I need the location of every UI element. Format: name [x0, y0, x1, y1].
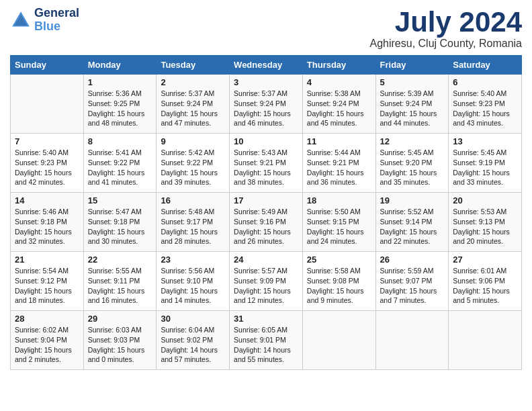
- calendar-cell: 9Sunrise: 5:42 AM Sunset: 9:22 PM Daylig…: [157, 134, 230, 193]
- calendar-cell: 17Sunrise: 5:49 AM Sunset: 9:16 PM Dayli…: [230, 193, 303, 252]
- week-row-2: 7Sunrise: 5:40 AM Sunset: 9:23 PM Daylig…: [11, 134, 522, 193]
- week-row-3: 14Sunrise: 5:46 AM Sunset: 9:18 PM Dayli…: [11, 193, 522, 252]
- day-number: 25: [307, 255, 371, 265]
- column-header-thursday: Thursday: [302, 56, 375, 75]
- day-info: Sunrise: 6:04 AM Sunset: 9:02 PM Dayligh…: [161, 325, 225, 365]
- calendar-cell: 23Sunrise: 5:56 AM Sunset: 9:10 PM Dayli…: [157, 252, 230, 311]
- calendar-cell: 2Sunrise: 5:37 AM Sunset: 9:24 PM Daylig…: [157, 75, 230, 134]
- day-number: 16: [161, 195, 225, 205]
- calendar-cell: 7Sunrise: 5:40 AM Sunset: 9:23 PM Daylig…: [11, 134, 84, 193]
- calendar-cell: 24Sunrise: 5:57 AM Sunset: 9:09 PM Dayli…: [230, 252, 303, 311]
- logo-text: General Blue: [34, 7, 79, 34]
- calendar-cell: 18Sunrise: 5:50 AM Sunset: 9:15 PM Dayli…: [302, 193, 375, 252]
- calendar-cell: 16Sunrise: 5:48 AM Sunset: 9:17 PM Dayli…: [157, 193, 230, 252]
- calendar-cell: 13Sunrise: 5:45 AM Sunset: 9:19 PM Dayli…: [449, 134, 522, 193]
- day-info: Sunrise: 5:47 AM Sunset: 9:18 PM Dayligh…: [88, 207, 152, 246]
- column-header-saturday: Saturday: [449, 56, 522, 75]
- day-info: Sunrise: 5:37 AM Sunset: 9:24 PM Dayligh…: [234, 89, 298, 128]
- day-number: 1: [88, 77, 152, 87]
- day-info: Sunrise: 5:41 AM Sunset: 9:22 PM Dayligh…: [88, 148, 152, 187]
- day-info: Sunrise: 5:58 AM Sunset: 9:08 PM Dayligh…: [307, 266, 371, 306]
- day-info: Sunrise: 5:44 AM Sunset: 9:21 PM Dayligh…: [307, 148, 371, 187]
- header-row: SundayMondayTuesdayWednesdayThursdayFrid…: [11, 56, 522, 75]
- day-number: 21: [15, 255, 79, 265]
- calendar-table: SundayMondayTuesdayWednesdayThursdayFrid…: [10, 55, 522, 370]
- day-info: Sunrise: 5:37 AM Sunset: 9:24 PM Dayligh…: [161, 89, 225, 128]
- column-header-wednesday: Wednesday: [230, 56, 303, 75]
- day-number: 6: [453, 77, 517, 87]
- calendar-header: SundayMondayTuesdayWednesdayThursdayFrid…: [11, 56, 522, 75]
- calendar-cell: 11Sunrise: 5:44 AM Sunset: 9:21 PM Dayli…: [302, 134, 375, 193]
- calendar-cell: [449, 311, 522, 370]
- day-info: Sunrise: 5:53 AM Sunset: 9:13 PM Dayligh…: [453, 207, 517, 246]
- day-info: Sunrise: 6:05 AM Sunset: 9:01 PM Dayligh…: [234, 325, 298, 365]
- day-info: Sunrise: 5:56 AM Sunset: 9:10 PM Dayligh…: [161, 266, 225, 306]
- day-info: Sunrise: 5:43 AM Sunset: 9:21 PM Dayligh…: [234, 148, 298, 187]
- calendar-cell: [11, 75, 84, 134]
- logo-icon: [10, 9, 32, 31]
- day-number: 28: [15, 314, 79, 324]
- day-number: 11: [307, 136, 371, 146]
- day-number: 26: [380, 255, 445, 265]
- calendar-cell: [375, 311, 449, 370]
- day-info: Sunrise: 5:40 AM Sunset: 9:23 PM Dayligh…: [15, 148, 79, 187]
- day-info: Sunrise: 6:03 AM Sunset: 9:03 PM Dayligh…: [88, 325, 152, 365]
- day-info: Sunrise: 5:50 AM Sunset: 9:15 PM Dayligh…: [307, 207, 371, 246]
- day-info: Sunrise: 5:52 AM Sunset: 9:14 PM Dayligh…: [380, 207, 445, 246]
- calendar-cell: 10Sunrise: 5:43 AM Sunset: 9:21 PM Dayli…: [230, 134, 303, 193]
- day-info: Sunrise: 5:45 AM Sunset: 9:19 PM Dayligh…: [453, 148, 517, 187]
- column-header-monday: Monday: [83, 56, 157, 75]
- day-info: Sunrise: 5:54 AM Sunset: 9:12 PM Dayligh…: [15, 266, 79, 306]
- day-number: 3: [234, 77, 298, 87]
- calendar-cell: 21Sunrise: 5:54 AM Sunset: 9:12 PM Dayli…: [11, 252, 84, 311]
- calendar-cell: 25Sunrise: 5:58 AM Sunset: 9:08 PM Dayli…: [302, 252, 375, 311]
- day-info: Sunrise: 6:02 AM Sunset: 9:04 PM Dayligh…: [15, 325, 79, 365]
- day-number: 13: [453, 136, 517, 146]
- day-number: 30: [161, 314, 225, 324]
- day-info: Sunrise: 5:39 AM Sunset: 9:24 PM Dayligh…: [380, 89, 445, 128]
- day-info: Sunrise: 5:40 AM Sunset: 9:23 PM Dayligh…: [453, 89, 517, 128]
- day-info: Sunrise: 5:48 AM Sunset: 9:17 PM Dayligh…: [161, 207, 225, 246]
- day-number: 20: [453, 195, 517, 205]
- calendar-cell: 3Sunrise: 5:37 AM Sunset: 9:24 PM Daylig…: [230, 75, 303, 134]
- day-number: 5: [380, 77, 445, 87]
- day-number: 19: [380, 195, 445, 205]
- calendar-cell: 1Sunrise: 5:36 AM Sunset: 9:25 PM Daylig…: [83, 75, 157, 134]
- day-number: 2: [161, 77, 225, 87]
- day-number: 7: [15, 136, 79, 146]
- calendar-cell: 6Sunrise: 5:40 AM Sunset: 9:23 PM Daylig…: [449, 75, 522, 134]
- day-number: 24: [234, 255, 298, 265]
- column-header-friday: Friday: [375, 56, 449, 75]
- calendar-cell: 28Sunrise: 6:02 AM Sunset: 9:04 PM Dayli…: [11, 311, 84, 370]
- day-number: 4: [307, 77, 371, 87]
- day-number: 31: [234, 314, 298, 324]
- day-info: Sunrise: 5:49 AM Sunset: 9:16 PM Dayligh…: [234, 207, 298, 246]
- calendar-cell: 15Sunrise: 5:47 AM Sunset: 9:18 PM Dayli…: [83, 193, 157, 252]
- day-number: 10: [234, 136, 298, 146]
- day-info: Sunrise: 5:55 AM Sunset: 9:11 PM Dayligh…: [88, 266, 152, 306]
- day-info: Sunrise: 6:01 AM Sunset: 9:06 PM Dayligh…: [453, 266, 517, 306]
- calendar-cell: 22Sunrise: 5:55 AM Sunset: 9:11 PM Dayli…: [83, 252, 157, 311]
- subtitle: Aghiresu, Cluj County, Romania: [370, 38, 522, 50]
- day-number: 29: [88, 314, 152, 324]
- day-number: 18: [307, 195, 371, 205]
- day-number: 17: [234, 195, 298, 205]
- day-info: Sunrise: 5:36 AM Sunset: 9:25 PM Dayligh…: [88, 89, 152, 128]
- week-row-5: 28Sunrise: 6:02 AM Sunset: 9:04 PM Dayli…: [11, 311, 522, 370]
- day-number: 27: [453, 255, 517, 265]
- day-info: Sunrise: 5:59 AM Sunset: 9:07 PM Dayligh…: [380, 266, 445, 306]
- day-info: Sunrise: 5:46 AM Sunset: 9:18 PM Dayligh…: [15, 207, 79, 246]
- calendar-cell: 29Sunrise: 6:03 AM Sunset: 9:03 PM Dayli…: [83, 311, 157, 370]
- day-number: 22: [88, 255, 152, 265]
- day-number: 8: [88, 136, 152, 146]
- calendar-cell: 27Sunrise: 6:01 AM Sunset: 9:06 PM Dayli…: [449, 252, 522, 311]
- main-title: July 2024: [370, 7, 522, 38]
- day-info: Sunrise: 5:42 AM Sunset: 9:22 PM Dayligh…: [161, 148, 225, 187]
- day-number: 12: [380, 136, 445, 146]
- calendar-cell: 26Sunrise: 5:59 AM Sunset: 9:07 PM Dayli…: [375, 252, 449, 311]
- calendar-cell: [302, 311, 375, 370]
- day-number: 15: [88, 195, 152, 205]
- calendar-body: 1Sunrise: 5:36 AM Sunset: 9:25 PM Daylig…: [11, 75, 522, 370]
- day-number: 9: [161, 136, 225, 146]
- week-row-4: 21Sunrise: 5:54 AM Sunset: 9:12 PM Dayli…: [11, 252, 522, 311]
